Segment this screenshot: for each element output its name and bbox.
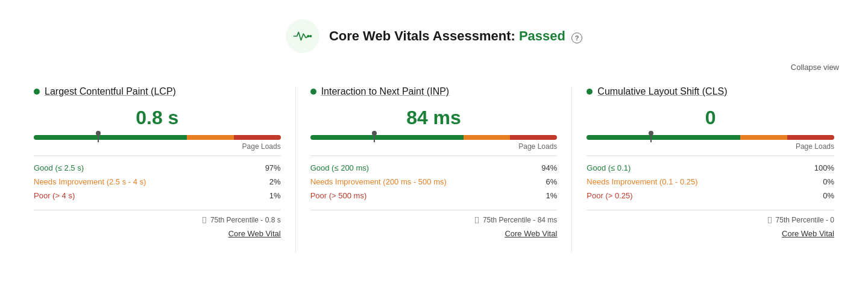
stats-table-inp: Good (≤ 200 ms) 94% Needs Improvement (2… bbox=[310, 161, 558, 203]
percentile-icon-cls: ⌷ bbox=[767, 215, 772, 224]
progress-track-inp bbox=[310, 135, 558, 140]
stat-label-good: Good (≤ 0.1) bbox=[587, 163, 631, 172]
stat-value-good: 94% bbox=[541, 163, 557, 172]
stat-row-needs: Needs Improvement (2.5 s - 4 s) 2% bbox=[34, 175, 281, 189]
stat-value-good: 100% bbox=[814, 163, 834, 172]
stat-value-poor: 1% bbox=[546, 191, 558, 200]
track-orange-lcp bbox=[187, 135, 234, 140]
vital-title-inp: Interaction to Next Paint (INP) bbox=[310, 86, 558, 97]
progress-bar-lcp bbox=[34, 135, 281, 140]
percentile-icon-lcp: ⌷ bbox=[202, 215, 207, 224]
page-title: Core Web Vitals Assessment: Passed ? bbox=[329, 28, 582, 44]
track-green-cls bbox=[587, 135, 740, 140]
page-header: Core Web Vitals Assessment: Passed ? bbox=[0, 0, 868, 63]
help-icon[interactable]: ? bbox=[571, 33, 582, 43]
stat-value-needs: 2% bbox=[269, 177, 281, 186]
stat-value-needs: 6% bbox=[546, 177, 558, 186]
status-dot-lcp bbox=[34, 89, 40, 95]
percentile-text-cls: 75th Percentile - 0 bbox=[776, 216, 834, 224]
divider-inp bbox=[310, 156, 558, 156]
vital-value-lcp: 0.8 s bbox=[34, 107, 281, 129]
progress-track-lcp bbox=[34, 135, 281, 140]
track-red-cls bbox=[787, 135, 834, 140]
page-loads-label-cls: Page Loads bbox=[587, 142, 834, 151]
svg-point-0 bbox=[307, 35, 309, 37]
stat-row-poor: Poor (> 500 ms) 1% bbox=[310, 189, 558, 203]
stat-value-needs: 0% bbox=[823, 177, 834, 186]
vital-link-inp[interactable]: Interaction to Next Paint (INP) bbox=[321, 86, 450, 97]
percentile-row-inp: ⌷ 75th Percentile - 84 ms bbox=[310, 215, 558, 224]
status-dot-inp bbox=[310, 89, 316, 95]
core-web-vital-anchor-cls[interactable]: Core Web Vital bbox=[782, 229, 834, 238]
progress-bar-inp bbox=[310, 135, 558, 140]
stat-row-needs: Needs Improvement (0.1 - 0.25) 0% bbox=[587, 175, 834, 189]
stat-value-good: 97% bbox=[265, 163, 281, 172]
divider-lcp bbox=[34, 156, 281, 156]
track-green-inp bbox=[310, 135, 464, 140]
divider2-cls bbox=[587, 210, 834, 210]
stat-label-poor: Poor (> 4 s) bbox=[34, 191, 75, 200]
percentile-row-lcp: ⌷ 75th Percentile - 0.8 s bbox=[34, 215, 281, 224]
vital-link-lcp[interactable]: Largest Contentful Paint (LCP) bbox=[45, 86, 176, 97]
core-web-vital-link-cls[interactable]: Core Web Vital bbox=[587, 229, 834, 238]
divider2-inp bbox=[310, 210, 558, 210]
vital-card-cls: Cumulative Layout Shift (CLS) 0 Page Loa… bbox=[572, 86, 849, 253]
stat-row-good: Good (≤ 200 ms) 94% bbox=[310, 161, 558, 175]
vital-link-cls[interactable]: Cumulative Layout Shift (CLS) bbox=[597, 86, 727, 97]
track-orange-inp bbox=[464, 135, 511, 140]
track-orange-cls bbox=[740, 135, 787, 140]
stat-row-needs: Needs Improvement (200 ms - 500 ms) 6% bbox=[310, 175, 558, 189]
stat-row-poor: Poor (> 0.25) 0% bbox=[587, 189, 834, 203]
collapse-row: Collapse view bbox=[0, 63, 868, 86]
page-loads-label-lcp: Page Loads bbox=[34, 142, 281, 151]
stat-label-good: Good (≤ 200 ms) bbox=[310, 163, 369, 172]
vitals-icon bbox=[286, 19, 319, 53]
stat-label-poor: Poor (> 500 ms) bbox=[310, 191, 367, 200]
track-red-inp bbox=[510, 135, 557, 140]
status-dot-cls bbox=[587, 89, 593, 95]
core-web-vital-anchor-lcp[interactable]: Core Web Vital bbox=[228, 229, 281, 238]
vital-value-cls: 0 bbox=[587, 107, 834, 129]
stat-label-needs: Needs Improvement (200 ms - 500 ms) bbox=[310, 177, 447, 186]
stats-table-lcp: Good (≤ 2.5 s) 97% Needs Improvement (2.… bbox=[34, 161, 281, 203]
core-web-vital-link-inp[interactable]: Core Web Vital bbox=[310, 229, 558, 238]
svg-point-1 bbox=[309, 35, 312, 37]
progress-track-cls bbox=[587, 135, 834, 140]
stat-row-poor: Poor (> 4 s) 1% bbox=[34, 189, 281, 203]
percentile-text-lcp: 75th Percentile - 0.8 s bbox=[210, 216, 281, 224]
stats-table-cls: Good (≤ 0.1) 100% Needs Improvement (0.1… bbox=[587, 161, 834, 203]
page-loads-label-inp: Page Loads bbox=[310, 142, 558, 151]
track-green-lcp bbox=[34, 135, 187, 140]
vital-title-lcp: Largest Contentful Paint (LCP) bbox=[34, 86, 281, 97]
stat-row-good: Good (≤ 2.5 s) 97% bbox=[34, 161, 281, 175]
percentile-marker-lcp bbox=[98, 133, 99, 142]
stat-label-needs: Needs Improvement (0.1 - 0.25) bbox=[587, 177, 697, 186]
percentile-text-inp: 75th Percentile - 84 ms bbox=[483, 216, 557, 224]
core-web-vital-link-lcp[interactable]: Core Web Vital bbox=[34, 229, 281, 238]
core-web-vital-anchor-inp[interactable]: Core Web Vital bbox=[505, 229, 557, 238]
percentile-marker-inp bbox=[374, 133, 375, 142]
stat-label-good: Good (≤ 2.5 s) bbox=[34, 163, 84, 172]
stat-value-poor: 1% bbox=[269, 191, 281, 200]
percentile-marker-cls bbox=[650, 133, 652, 142]
vital-title-cls: Cumulative Layout Shift (CLS) bbox=[587, 86, 834, 97]
track-red-lcp bbox=[234, 135, 281, 140]
percentile-icon-inp: ⌷ bbox=[474, 215, 479, 224]
stat-value-poor: 0% bbox=[823, 191, 834, 200]
stat-label-needs: Needs Improvement (2.5 s - 4 s) bbox=[34, 177, 146, 186]
stat-label-poor: Poor (> 0.25) bbox=[587, 191, 632, 200]
stat-row-good: Good (≤ 0.1) 100% bbox=[587, 161, 834, 175]
divider2-lcp bbox=[34, 210, 281, 210]
vital-value-inp: 84 ms bbox=[310, 107, 558, 129]
vitals-grid: Largest Contentful Paint (LCP) 0.8 s Pag… bbox=[0, 86, 868, 272]
vital-card-inp: Interaction to Next Paint (INP) 84 ms Pa… bbox=[296, 86, 573, 253]
collapse-button[interactable]: Collapse view bbox=[791, 63, 839, 72]
progress-bar-cls bbox=[587, 135, 834, 140]
vital-card-lcp: Largest Contentful Paint (LCP) 0.8 s Pag… bbox=[19, 86, 296, 253]
divider-cls bbox=[587, 156, 834, 156]
percentile-row-cls: ⌷ 75th Percentile - 0 bbox=[587, 215, 834, 224]
